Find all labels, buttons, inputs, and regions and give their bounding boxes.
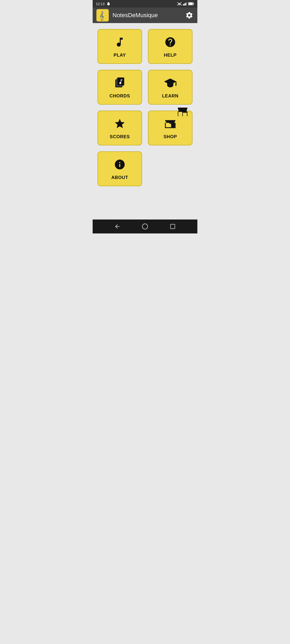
notification-icon: [106, 2, 111, 6]
chords-label: CHORDS: [110, 93, 130, 99]
shop-button[interactable]: SHOP: [148, 111, 193, 145]
shop-label: SHOP: [164, 134, 177, 140]
play-label: PLAY: [114, 53, 126, 58]
svg-rect-26: [171, 224, 175, 229]
chords-button[interactable]: CHORDS: [97, 70, 142, 105]
svg-marker-13: [164, 78, 176, 85]
app-header: 𝄞 NotesDeMusique: [93, 8, 197, 23]
info-circle-icon: [114, 159, 126, 172]
learn-button[interactable]: LEARN: [148, 70, 193, 105]
svg-rect-18: [166, 123, 169, 127]
learn-label: LEARN: [162, 93, 178, 99]
help-circle-icon: [164, 36, 176, 50]
star-icon: [114, 118, 126, 131]
music-library-icon: [114, 77, 126, 91]
recent-button[interactable]: [167, 221, 178, 232]
status-left: 12:13: [96, 2, 111, 6]
help-label: HELP: [164, 53, 176, 58]
main-menu: PLAY HELP CHORDS: [93, 23, 197, 219]
svg-text:𝄞: 𝄞: [99, 11, 104, 21]
back-button[interactable]: [112, 221, 123, 232]
svg-rect-19: [171, 124, 175, 127]
svg-rect-4: [186, 2, 187, 5]
shop-icon: [164, 118, 176, 131]
status-bar: 12:13: [93, 0, 197, 8]
scores-label: SCORES: [110, 134, 130, 140]
svg-rect-1: [183, 4, 184, 6]
svg-point-0: [179, 5, 180, 6]
music-note-icon: [114, 36, 126, 50]
about-label: ABOUT: [111, 175, 128, 180]
svg-rect-6: [193, 3, 194, 4]
svg-rect-7: [189, 3, 193, 5]
home-button[interactable]: [140, 221, 150, 232]
play-button[interactable]: PLAY: [97, 29, 142, 64]
svg-rect-23: [183, 113, 187, 116]
wifi-icon: [177, 2, 182, 6]
svg-point-15: [175, 84, 176, 86]
about-button[interactable]: ABOUT: [97, 151, 142, 186]
bottom-nav: [93, 219, 197, 233]
svg-point-25: [142, 224, 148, 229]
app-title: NotesDeMusique: [113, 12, 181, 19]
signal-icon: [183, 2, 187, 6]
status-right: [177, 2, 194, 6]
logo-icon: 𝄞: [98, 10, 107, 21]
graduation-cap-icon: [164, 77, 176, 91]
svg-rect-24: [178, 108, 187, 109]
scores-button[interactable]: SCORES: [97, 111, 142, 145]
svg-rect-2: [184, 3, 185, 5]
settings-button[interactable]: [185, 11, 194, 20]
app-logo: 𝄞: [96, 9, 109, 21]
battery-icon: [188, 2, 194, 5]
svg-rect-22: [178, 112, 182, 116]
svg-rect-3: [185, 3, 186, 6]
time-display: 12:13: [96, 2, 105, 6]
help-button[interactable]: HELP: [148, 29, 193, 64]
